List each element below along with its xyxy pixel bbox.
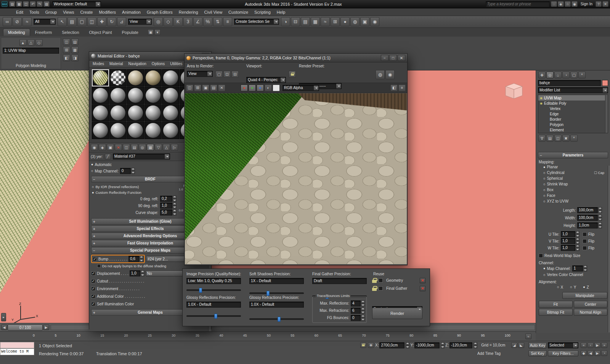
show-end-result-icon[interactable]: ▽: [155, 144, 162, 151]
track-bar[interactable]: 0510152025303540455055606570758085909510…: [0, 331, 536, 341]
material-sample-slot[interactable]: [92, 87, 109, 104]
motion-panel-tab[interactable]: ◔: [562, 72, 570, 78]
alignment-button[interactable]: Normal Align: [574, 309, 608, 316]
utilities-panel-tab[interactable]: *: [578, 72, 586, 78]
material-sample-slot[interactable]: [127, 87, 144, 104]
key-mode-toggle-icon[interactable]: ◆: [581, 350, 587, 356]
viewcube[interactable]: [502, 80, 526, 102]
trace-limit-field[interactable]: 4: [351, 300, 361, 307]
hierarchy-panel-tab[interactable]: ⌂: [554, 72, 562, 78]
go-to-start-icon[interactable]: «: [581, 342, 587, 348]
show-shaded-material-in-viewport-icon[interactable]: ▦: [147, 144, 154, 151]
rendered-image[interactable]: [185, 93, 407, 264]
modeling-tool-icon[interactable]: ◨: [71, 54, 79, 61]
image-precision-slider[interactable]: [186, 289, 241, 291]
parameters-rollout[interactable]: −Parameters: [538, 152, 608, 158]
y-coord-field[interactable]: -1000,0cm: [414, 342, 440, 348]
make-unique-icon[interactable]: ◫: [554, 135, 562, 142]
lock-icon[interactable]: [372, 288, 377, 291]
step-back-icon[interactable]: ◀: [588, 350, 594, 356]
window-crossing-toggle-icon[interactable]: ◫: [87, 17, 96, 26]
viewport-dropdown[interactable]: Quad 4 - Perspec: [246, 77, 286, 83]
modifier-stack-row[interactable]: Vertex: [538, 106, 608, 111]
show-end-result-icon[interactable]: ▤: [546, 135, 554, 142]
modifier-stack-row[interactable]: ◉UVW Map: [538, 95, 608, 101]
spinner[interactable]: [583, 265, 587, 271]
maxscript-mini-listener-macro-row[interactable]: [0, 342, 34, 348]
bump-amount-field[interactable]: 0,6: [128, 256, 139, 262]
percent-snap-toggle-icon[interactable]: %: [203, 17, 212, 26]
modifier-stack-row[interactable]: Polygon: [538, 122, 608, 127]
vertex-color-option[interactable]: ○ Vertex Color Channel: [539, 272, 607, 278]
green-channel-icon[interactable]: ●: [249, 85, 256, 91]
material-sample-slot[interactable]: [109, 69, 127, 86]
menu-item[interactable]: Customize: [225, 9, 251, 15]
help-icon[interactable]: ?: [596, 1, 602, 7]
bump-checkbox[interactable]: ✓: [93, 257, 97, 261]
key-tangent-out-icon[interactable]: ◣: [518, 342, 524, 348]
spinner[interactable]: [131, 168, 135, 174]
displacement-amount-field[interactable]: 1,0: [130, 270, 140, 276]
menu-item[interactable]: Views: [60, 9, 77, 15]
viewport-lock-icon[interactable]: [289, 71, 296, 78]
menu-item[interactable]: Material: [107, 61, 126, 66]
render-window-titlebar[interactable]: Perspective, frame 0, Display Gamma: 2,2…: [185, 54, 407, 62]
previous-frame-arrow[interactable]: ◀: [1, 324, 7, 330]
displacement-checkbox[interactable]: ✓: [91, 271, 95, 276]
unlink-selection-icon[interactable]: ⊘: [13, 17, 22, 26]
flip-checkbox[interactable]: [583, 246, 587, 250]
selection-lock-icon[interactable]: [360, 342, 366, 348]
angle-snap-toggle-icon[interactable]: ∠: [193, 17, 202, 26]
make-material-copy-icon[interactable]: ◫: [123, 144, 130, 151]
key-mode-dropdown[interactable]: Selected: [548, 342, 578, 348]
menu-item[interactable]: Utilities: [167, 61, 185, 66]
modeling-tool-icon[interactable]: ◫: [63, 38, 70, 45]
no-diffuse-bump-checkbox[interactable]: [97, 264, 101, 268]
select-and-link-icon[interactable]: ∞: [3, 17, 12, 26]
mapping-option[interactable]: ○ Shrink Wrap: [539, 181, 607, 187]
workspace-dropdown[interactable]: Workspace: Default: [52, 1, 101, 7]
modifier-list-dropdown[interactable]: Modifier List: [538, 87, 608, 93]
select-object-icon[interactable]: ↖: [58, 17, 67, 26]
rectangular-selection-region-icon[interactable]: ▢: [77, 17, 87, 26]
mapping-option[interactable]: ○ Cylindrical ☐ Cap: [539, 170, 607, 176]
select-and-scale-icon[interactable]: ⊿: [117, 17, 126, 26]
favorites-icon[interactable]: ☆: [565, 1, 571, 7]
get-material-icon[interactable]: ◉: [91, 144, 98, 151]
axis-radio[interactable]: ●Z: [583, 285, 589, 289]
x-coord-field[interactable]: 2700,0cm: [379, 342, 405, 348]
modifier-stack-row[interactable]: Element: [538, 127, 608, 133]
menu-item[interactable]: Modes: [90, 61, 107, 66]
monochrome-channel-icon[interactable]: ◐: [265, 85, 272, 91]
select-and-manipulate-icon[interactable]: ◇: [164, 17, 173, 26]
maximize-icon[interactable]: □: [389, 55, 397, 61]
reference-coordinate-dropdown[interactable]: View: [128, 19, 152, 25]
redo-icon[interactable]: ↷: [37, 1, 43, 7]
go-to-end-icon[interactable]: »: [601, 342, 607, 348]
communication-center-icon[interactable]: ◈: [558, 1, 564, 7]
ribbon-minimize-icon[interactable]: ▾: [154, 29, 161, 35]
menu-item[interactable]: Navigation: [126, 61, 149, 66]
menu-item[interactable]: Rendering: [176, 9, 201, 15]
spinner[interactable]: [474, 342, 477, 348]
absolute-offset-mode-icon[interactable]: ✚: [368, 342, 374, 348]
alignment-button[interactable]: Center: [574, 301, 608, 308]
alignment-button[interactable]: Bitmap Fit: [539, 309, 573, 316]
mapping-option[interactable]: ● Planar: [539, 164, 607, 170]
polygon-mode-icon[interactable]: ◇: [35, 39, 43, 46]
time-configuration-icon[interactable]: ◔: [601, 350, 607, 356]
spinner[interactable]: [361, 315, 365, 321]
trace-limit-field[interactable]: 6: [351, 308, 361, 314]
map-checkbox[interactable]: ✓: [91, 279, 95, 283]
select-and-rotate-icon[interactable]: ↻: [107, 17, 116, 26]
vertex-mode-icon[interactable]: ▲: [19, 39, 27, 46]
application-menu-button[interactable]: MAX: [2, 1, 8, 7]
search-icon[interactable]: ◌: [551, 1, 557, 7]
print-image-icon[interactable]: ▤: [210, 85, 217, 91]
mapping-option[interactable]: ○ Spherical: [539, 176, 607, 181]
axis-radio[interactable]: ○X: [557, 285, 563, 289]
menu-item[interactable]: Graph Editors: [144, 9, 176, 15]
menu-item[interactable]: Animation: [119, 9, 144, 15]
configure-modifier-sets-icon[interactable]: *: [570, 135, 578, 142]
spinner[interactable]: [598, 207, 602, 213]
